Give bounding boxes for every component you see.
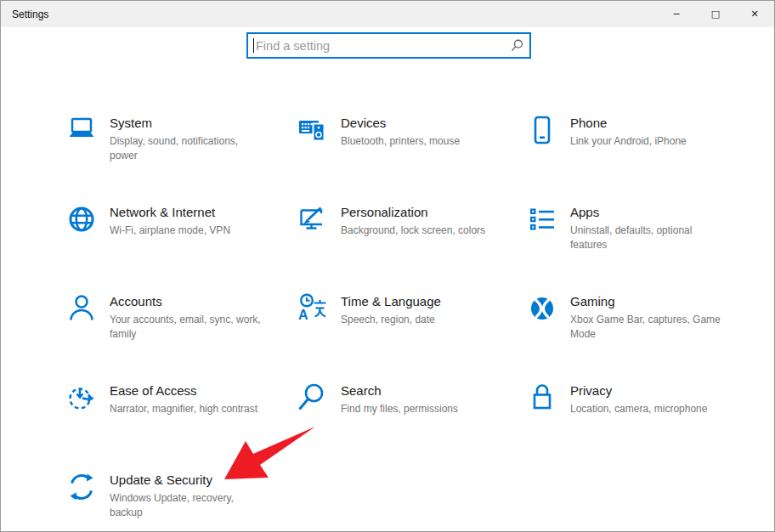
clock-language-icon: A (296, 291, 330, 325)
tile-phone[interactable]: Phone Link your Android, iPhone (525, 116, 751, 205)
tile-title: Personalization (341, 205, 485, 219)
window-title: Settings (1, 8, 48, 20)
svg-text:A: A (298, 308, 308, 322)
tile-subtitle: Location, camera, microphone (570, 402, 707, 416)
tile-time-language[interactable]: A Time & Language Speech, region, date (296, 294, 525, 383)
maximize-icon: □ (711, 8, 720, 20)
tile-title: Apps (570, 205, 728, 219)
tile-subtitle: Narrator, magnifier, high contrast (110, 402, 257, 416)
tile-privacy[interactable]: Privacy Location, camera, microphone (525, 383, 751, 473)
close-icon: ✕ (750, 8, 758, 20)
tile-title: Time & Language (341, 294, 441, 308)
tile-subtitle: Windows Update, recovery, backup (110, 491, 268, 519)
sync-icon (65, 470, 99, 504)
lock-icon (525, 381, 559, 415)
text-cursor (253, 38, 254, 53)
tile-subtitle: Wi-Fi, airplane mode, VPN (110, 224, 230, 238)
minimize-icon: ─ (674, 8, 680, 20)
app-list-icon (525, 202, 559, 236)
tile-title: Devices (341, 116, 460, 130)
maximize-button[interactable]: □ (696, 1, 735, 27)
tile-title: Gaming (570, 294, 728, 308)
keyboard-speaker-icon (296, 113, 330, 147)
tile-title: Ease of Access (110, 383, 257, 398)
tile-subtitle: Find my files, permissions (341, 402, 458, 416)
laptop-icon (65, 113, 99, 147)
search-input[interactable] (246, 32, 531, 59)
person-icon (65, 291, 99, 325)
tile-subtitle: Bluetooth, printers, mouse (341, 134, 460, 149)
tile-personalization[interactable]: Personalization Background, lock screen,… (296, 205, 525, 294)
tile-gaming[interactable]: Gaming Xbox Game Bar, captures, Game Mod… (525, 294, 751, 383)
tile-subtitle: Speech, region, date (341, 313, 441, 327)
tile-system[interactable]: System Display, sound, notifications, po… (65, 116, 296, 205)
globe-icon (65, 202, 99, 236)
tile-subtitle: Your accounts, email, sync, work, family (110, 313, 268, 341)
tile-update-security[interactable]: Update & Security Windows Update, recove… (65, 473, 296, 532)
titlebar: Settings ─ □ ✕ (1, 1, 774, 27)
search-icon (511, 39, 523, 52)
phone-icon (525, 113, 559, 147)
ease-of-access-icon (65, 381, 99, 415)
search-box (246, 32, 531, 59)
settings-categories-grid: System Display, sound, notifications, po… (65, 116, 751, 532)
tile-title: Search (341, 383, 458, 398)
tile-subtitle: Display, sound, notifications, power (110, 134, 268, 162)
tile-subtitle: Uninstall, defaults, optional features (570, 224, 728, 252)
tile-subtitle: Xbox Game Bar, captures, Game Mode (570, 313, 728, 341)
tile-apps[interactable]: Apps Uninstall, defaults, optional featu… (525, 205, 751, 294)
settings-window: { "window": { "title": "Settings", "mini… (0, 0, 775, 532)
tile-title: Update & Security (110, 473, 268, 487)
tile-title: Privacy (570, 383, 707, 398)
tile-network-internet[interactable]: Network & Internet Wi-Fi, airplane mode,… (65, 205, 296, 294)
tile-title: Network & Internet (110, 205, 230, 219)
tile-subtitle: Background, lock screen, colors (341, 224, 485, 238)
tile-devices[interactable]: Devices Bluetooth, printers, mouse (296, 116, 525, 205)
tile-search[interactable]: Search Find my files, permissions (296, 383, 525, 473)
magnifier-icon (296, 381, 330, 415)
tile-ease-of-access[interactable]: Ease of Access Narrator, magnifier, high… (65, 383, 296, 473)
monitor-brush-icon (296, 202, 330, 236)
tile-subtitle: Link your Android, iPhone (570, 134, 687, 149)
xbox-icon (525, 291, 559, 325)
tile-title: Accounts (110, 294, 268, 308)
close-button[interactable]: ✕ (735, 1, 774, 27)
minimize-button[interactable]: ─ (657, 1, 696, 27)
tile-title: System (110, 116, 268, 130)
window-controls: ─ □ ✕ (657, 1, 774, 27)
tile-title: Phone (570, 116, 687, 130)
tile-accounts[interactable]: Accounts Your accounts, email, sync, wor… (65, 294, 296, 383)
